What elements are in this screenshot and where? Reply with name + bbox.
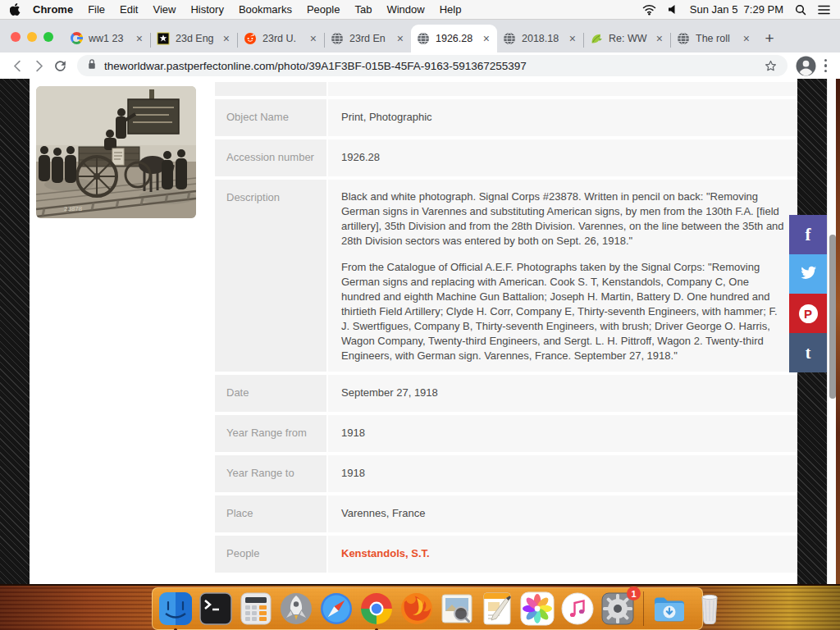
tab-title: 23rd En <box>349 33 395 44</box>
close-window-button[interactable] <box>11 32 21 42</box>
field-label: People <box>215 536 326 573</box>
field-row-object-name: Object NamePrint, Photographic <box>215 99 797 136</box>
dock-launchpad-icon[interactable] <box>277 590 315 628</box>
twitter-bird-icon <box>800 264 817 285</box>
reload-button[interactable] <box>49 55 71 76</box>
tab-re-ww[interactable]: Re: WW× <box>584 25 670 52</box>
back-button[interactable] <box>7 55 28 76</box>
close-tab-icon[interactable]: × <box>221 33 231 44</box>
field-value: 1926.28 <box>328 139 797 176</box>
dock-trash-icon[interactable] <box>691 590 728 628</box>
lock-icon[interactable] <box>87 58 97 74</box>
scrollbar-thumb[interactable] <box>829 235 836 399</box>
people-link[interactable]: Kenstandols, S.T. <box>341 547 430 559</box>
menu-edit[interactable]: Edit <box>112 3 145 16</box>
wifi-icon[interactable] <box>642 4 656 16</box>
profile-avatar[interactable] <box>796 56 816 76</box>
menu-file[interactable]: File <box>80 3 112 16</box>
tab-1926-28[interactable]: 1926.28× <box>411 25 497 52</box>
tab-ww1-23[interactable]: ww1 23× <box>64 25 150 52</box>
new-tab-button[interactable]: + <box>757 25 782 52</box>
field-label: Accession number <box>215 139 326 176</box>
record-photo-thumbnail[interactable]: 23878 <box>30 81 203 224</box>
tumblr-icon: t <box>806 344 811 363</box>
share-toolbar: fPt <box>789 215 827 372</box>
close-tab-icon[interactable]: × <box>482 33 491 44</box>
dock-itunes-icon[interactable] <box>559 590 596 628</box>
field-value: Black and white photograph. Signal Corps… <box>328 180 797 372</box>
bookmark-star-icon[interactable] <box>764 59 778 73</box>
volume-icon[interactable] <box>668 4 678 15</box>
menu-history[interactable]: History <box>183 3 231 16</box>
dock-photos-icon[interactable] <box>518 590 556 628</box>
tab-2018-18[interactable]: 2018.18× <box>497 25 583 52</box>
zoom-window-button[interactable] <box>43 32 53 42</box>
menu-bar-clock[interactable]: Sun Jan 5 7:29 PM <box>690 3 783 16</box>
close-tab-icon[interactable]: × <box>395 33 405 44</box>
tab-23rd-u[interactable]: 23rd U.× <box>238 25 324 52</box>
dock-safari-icon[interactable] <box>317 590 355 628</box>
google-favicon-icon <box>70 32 83 45</box>
address-bar[interactable]: theworldwar.pastperfectonline.com/photo/… <box>77 55 788 76</box>
menu-bookmarks[interactable]: Bookmarks <box>231 3 299 16</box>
field-label: Object Name <box>215 99 326 136</box>
field-value: 1918 <box>328 455 797 492</box>
description-paragraph: Black and white photograph. Signal Corps… <box>341 189 784 249</box>
description-paragraph: From the Catalogue of Official A.E.F. Ph… <box>341 260 784 363</box>
dock-finder-icon[interactable] <box>157 590 194 628</box>
record-field-table: Object NamePrint, PhotographicAccession … <box>215 79 797 584</box>
menu-window[interactable]: Window <box>379 3 431 16</box>
tab-title: ww1 23 <box>89 33 135 44</box>
tab-23rd-en[interactable]: 23rd En× <box>325 25 411 52</box>
macos-dock: 1 <box>152 587 703 630</box>
menu-help[interactable]: Help <box>432 3 469 16</box>
menu-chrome[interactable]: Chrome <box>25 3 80 16</box>
menu-view[interactable]: View <box>145 3 183 16</box>
menu-tab[interactable]: Tab <box>347 3 379 16</box>
twitter-share-button[interactable] <box>789 254 827 294</box>
url-text[interactable]: theworldwar.pastperfectonline.com/photo/… <box>104 60 756 72</box>
leaf-favicon-icon <box>590 32 603 45</box>
field-value <box>328 82 797 96</box>
spotlight-search-icon[interactable] <box>795 4 806 16</box>
close-tab-icon[interactable]: × <box>742 33 751 44</box>
field-value: September 27, 1918 <box>328 375 797 412</box>
minimize-window-button[interactable] <box>27 32 37 42</box>
field-value: Varennes, France <box>328 495 797 532</box>
chrome-menu-icon[interactable] <box>821 56 834 76</box>
close-tab-icon[interactable]: × <box>135 33 144 44</box>
notification-center-icon[interactable] <box>818 5 830 15</box>
menu-people[interactable]: People <box>299 3 347 16</box>
dock-downloads-icon[interactable] <box>651 590 688 628</box>
macos-menu-bar: ChromeFileEditViewHistoryBookmarksPeople… <box>0 0 840 20</box>
close-tab-icon[interactable]: × <box>308 33 318 44</box>
forward-button[interactable] <box>28 55 49 76</box>
globe-favicon-icon <box>503 32 516 45</box>
field-row-people: PeopleKenstandols, S.T. <box>215 536 797 573</box>
historic-photo: 23878 <box>36 86 196 218</box>
field-label <box>215 82 326 96</box>
photo-caption-number: 23878 <box>64 205 83 212</box>
web-page: 23878 Object NamePrint, PhotographicAcce… <box>0 79 840 584</box>
tumblr-share-button[interactable]: t <box>789 333 827 372</box>
dock-chrome-icon[interactable] <box>358 590 395 628</box>
tab-23d-eng[interactable]: 23d Eng× <box>151 25 237 52</box>
field-row-year-range-from: Year Range from1918 <box>215 415 797 452</box>
pinterest-share-button[interactable]: P <box>789 294 827 333</box>
facebook-share-button[interactable]: f <box>789 215 827 254</box>
tab-title: The roll <box>696 33 742 44</box>
apple-logo-icon[interactable] <box>10 3 21 16</box>
dock-preview-icon[interactable] <box>438 590 476 628</box>
tab-the-roll[interactable]: The roll× <box>671 25 757 52</box>
dock-system-preferences-icon[interactable]: 1 <box>599 590 637 628</box>
dock-calculator-icon[interactable] <box>237 590 275 628</box>
close-tab-icon[interactable]: × <box>568 33 578 44</box>
dock-pages-icon[interactable] <box>478 590 516 628</box>
close-tab-icon[interactable]: × <box>655 33 664 44</box>
window-controls <box>11 32 53 42</box>
field-value: Kenstandols, S.T. <box>328 536 797 573</box>
dock-firefox-icon[interactable] <box>398 590 436 628</box>
tab-title: 2018.18 <box>522 33 568 44</box>
tab-title: Re: WW <box>609 33 655 44</box>
dock-terminal-icon[interactable] <box>197 590 235 628</box>
